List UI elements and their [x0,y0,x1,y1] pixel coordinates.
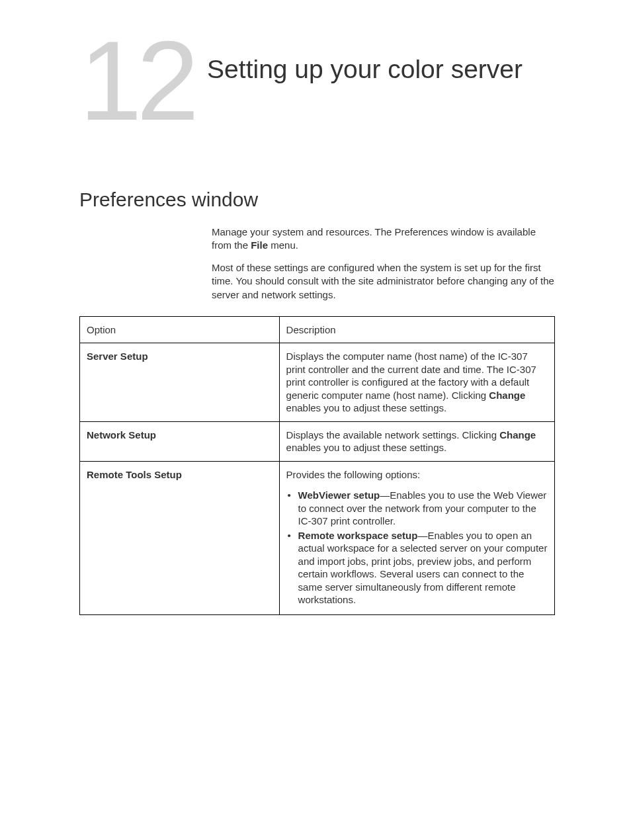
remote-tools-list: WebViewer setup—Enables you to use the W… [286,489,548,607]
table-row: Server Setup Displays the computer name … [80,343,555,422]
header-option: Option [80,316,280,343]
header-description: Description [279,316,554,343]
table-row: Remote Tools Setup Provides the followin… [80,461,555,614]
desc-bold: Change [499,429,536,441]
intro1-text-b: menu. [268,239,298,251]
table-header-row: Option Description [80,316,555,343]
list-item: WebViewer setup—Enables you to use the W… [286,489,548,528]
option-cell: Network Setup [80,421,280,461]
option-server-setup: Server Setup [87,351,148,362]
option-network-setup: Network Setup [87,429,156,441]
table-row: Network Setup Displays the available net… [80,421,555,461]
chapter-number: 12 [79,33,194,129]
desc-bold: Change [489,390,525,401]
chapter-header: 12 Setting up your color server [79,33,555,129]
desc-text-b: enables you to adjust these settings. [286,402,447,413]
desc-text-a: Displays the available network settings.… [286,429,500,441]
preferences-table: Option Description Server Setup Displays… [79,316,555,615]
intro-paragraph-1: Manage your system and resources. The Pr… [212,226,555,253]
list-item: Remote workspace setup—Enables you to op… [286,529,548,607]
section-title: Preferences window [79,189,555,211]
option-cell: Server Setup [80,343,280,422]
item1-bold: WebViewer setup [298,489,380,501]
document-page: 12 Setting up your color server Preferen… [0,0,631,615]
description-cell: Provides the following options: WebViewe… [279,461,554,614]
remote-tools-intro: Provides the following options: [286,468,548,482]
option-cell: Remote Tools Setup [80,461,280,614]
intro-block: Manage your system and resources. The Pr… [212,226,555,302]
intro-paragraph-2: Most of these settings are configured wh… [212,261,555,302]
description-cell: Displays the computer name (host name) o… [279,343,554,422]
item2-bold: Remote workspace setup [298,530,418,541]
chapter-title: Setting up your color server [207,33,523,87]
intro1-bold: File [251,239,268,251]
option-remote-tools: Remote Tools Setup [87,469,182,480]
description-cell: Displays the available network settings.… [279,421,554,461]
desc-text-b: enables you to adjust these settings. [286,442,447,453]
